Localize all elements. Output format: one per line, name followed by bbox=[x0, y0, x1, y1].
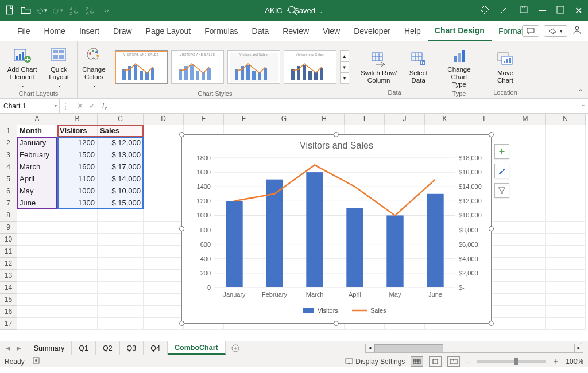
row-header[interactable]: 16 bbox=[0, 306, 17, 318]
row-header[interactable]: 8 bbox=[0, 209, 17, 222]
maximize-icon[interactable] bbox=[556, 6, 564, 15]
cell[interactable]: 1500 bbox=[57, 149, 98, 161]
cell[interactable] bbox=[98, 209, 144, 222]
row-header[interactable]: 2 bbox=[0, 137, 17, 149]
cell[interactable] bbox=[144, 185, 184, 197]
cell[interactable] bbox=[17, 294, 57, 306]
cell[interactable] bbox=[546, 209, 586, 222]
cell[interactable] bbox=[17, 282, 57, 294]
cell[interactable] bbox=[17, 306, 57, 318]
cell[interactable]: $ 10,000 bbox=[98, 185, 144, 197]
cell[interactable] bbox=[144, 270, 184, 282]
gallery-up-icon[interactable]: ▲ bbox=[341, 51, 349, 62]
cell[interactable] bbox=[57, 318, 98, 330]
cell[interactable] bbox=[98, 258, 144, 270]
scroll-right-icon[interactable]: ► bbox=[574, 344, 583, 353]
cell[interactable]: Visitors bbox=[57, 125, 98, 137]
move-chart-button[interactable]: Move Chart bbox=[486, 48, 525, 86]
cell[interactable] bbox=[98, 234, 144, 246]
select-data-button[interactable]: Select Data bbox=[404, 48, 432, 86]
ribbon-tab-file[interactable]: File bbox=[10, 21, 37, 41]
column-header[interactable]: K bbox=[425, 114, 465, 125]
column-header[interactable]: N bbox=[546, 114, 586, 125]
column-header[interactable]: G bbox=[264, 114, 304, 125]
worksheet-grid[interactable]: ABCDEFGHIJKLMN 1MonthVisitorsSales2Janua… bbox=[0, 114, 588, 341]
cell[interactable] bbox=[144, 161, 184, 173]
cell[interactable] bbox=[144, 258, 184, 270]
view-normal-icon[interactable] bbox=[411, 356, 423, 367]
ribbon-tab-developer[interactable]: Developer bbox=[347, 21, 397, 41]
sheet-tab[interactable]: Q4 bbox=[144, 341, 168, 355]
column-header[interactable]: A bbox=[17, 114, 57, 125]
sheet-tab[interactable]: Q3 bbox=[120, 341, 144, 355]
change-chart-type-button[interactable]: Change Chart Type bbox=[440, 45, 478, 90]
ribbon-tab-review[interactable]: Review bbox=[276, 21, 316, 41]
sheet-tab[interactable]: Q2 bbox=[96, 341, 120, 355]
cell[interactable]: 1200 bbox=[57, 137, 98, 149]
cell[interactable] bbox=[505, 137, 546, 149]
cell[interactable] bbox=[17, 318, 57, 330]
fx-icon[interactable]: fx bbox=[102, 101, 107, 111]
cell[interactable] bbox=[546, 234, 586, 246]
cell[interactable] bbox=[144, 125, 184, 137]
cell[interactable] bbox=[144, 282, 184, 294]
row-header[interactable]: 12 bbox=[0, 258, 17, 270]
display-settings-button[interactable]: Display Settings bbox=[345, 358, 405, 366]
cell[interactable] bbox=[144, 246, 184, 258]
chart-title[interactable]: Visitors and Sales bbox=[182, 135, 491, 153]
cell[interactable] bbox=[144, 149, 184, 161]
chart-plot-area[interactable]: 020040060080010001200140016001800$-$2,00… bbox=[187, 156, 488, 320]
cell[interactable] bbox=[57, 234, 98, 246]
sort-desc-icon[interactable]: ZA bbox=[85, 5, 95, 15]
cell[interactable] bbox=[546, 173, 586, 185]
cell[interactable] bbox=[505, 185, 546, 197]
collapse-ribbon-icon[interactable]: ⌃ bbox=[578, 88, 583, 96]
column-header[interactable]: F bbox=[224, 114, 264, 125]
cell[interactable] bbox=[505, 149, 546, 161]
quick-layout-button[interactable]: Quick Layout ⌄ bbox=[44, 45, 74, 90]
chart-styles-icon[interactable] bbox=[494, 164, 509, 178]
cell[interactable] bbox=[98, 294, 144, 306]
cell[interactable]: $ 14,000 bbox=[98, 173, 144, 185]
close-icon[interactable]: ✕ bbox=[575, 5, 582, 16]
cell[interactable] bbox=[505, 318, 546, 330]
comments-button[interactable] bbox=[522, 25, 539, 37]
ribbon-tab-chart-design[interactable]: Chart Design bbox=[428, 21, 492, 41]
cancel-formula-icon[interactable]: ✕ bbox=[77, 102, 83, 110]
select-all-corner[interactable] bbox=[0, 114, 17, 125]
cell[interactable] bbox=[144, 209, 184, 222]
cell[interactable] bbox=[98, 270, 144, 282]
cell[interactable]: April bbox=[17, 173, 57, 185]
cell[interactable]: May bbox=[17, 185, 57, 197]
cell[interactable] bbox=[144, 306, 184, 318]
cell[interactable] bbox=[505, 270, 546, 282]
chart-style-thumb[interactable]: VISITORS AND SALES bbox=[115, 50, 168, 84]
cell[interactable]: June bbox=[17, 197, 57, 209]
macro-record-icon[interactable] bbox=[33, 357, 42, 366]
cell[interactable] bbox=[505, 161, 546, 173]
cell[interactable] bbox=[144, 222, 184, 234]
cell[interactable]: 1100 bbox=[57, 173, 98, 185]
ribbon-tab-view[interactable]: View bbox=[316, 21, 347, 41]
chart-object[interactable]: + Visitors and Sales 0200400600800100012… bbox=[181, 134, 492, 324]
share-button[interactable]: ▾ bbox=[544, 25, 567, 37]
gallery-more-icon[interactable]: ▾ bbox=[341, 73, 349, 83]
column-header[interactable]: J bbox=[385, 114, 425, 125]
gallery-down-icon[interactable]: ▼ bbox=[341, 62, 349, 73]
sheet-tab[interactable]: Q1 bbox=[72, 341, 96, 355]
cell[interactable] bbox=[57, 222, 98, 234]
cell[interactable] bbox=[546, 161, 586, 173]
cell[interactable] bbox=[98, 318, 144, 330]
cell[interactable] bbox=[17, 234, 57, 246]
account-icon[interactable] bbox=[572, 25, 582, 37]
column-header[interactable]: H bbox=[304, 114, 345, 125]
cell[interactable] bbox=[57, 306, 98, 318]
sheet-tab[interactable]: Summary bbox=[27, 341, 72, 355]
cell[interactable] bbox=[57, 282, 98, 294]
row-header[interactable]: 14 bbox=[0, 282, 17, 294]
cell[interactable] bbox=[546, 282, 586, 294]
zoom-in-icon[interactable]: ＋ bbox=[552, 356, 560, 367]
wand-icon[interactable] bbox=[500, 5, 509, 16]
cell[interactable] bbox=[505, 282, 546, 294]
cell[interactable]: 1000 bbox=[57, 185, 98, 197]
